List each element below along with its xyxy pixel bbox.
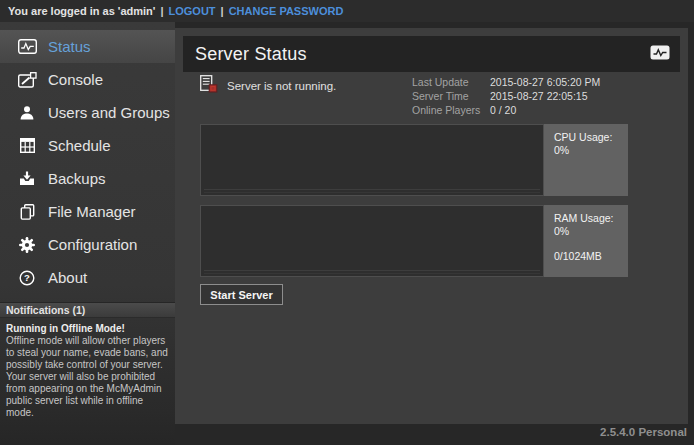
sidebar-menu: Status Console Users and Groups [0, 22, 175, 294]
sidebar-item-file-manager[interactable]: File Manager [0, 195, 175, 228]
sidebar-item-label: Console [48, 71, 103, 88]
sidebar-item-console[interactable]: Console [0, 63, 175, 96]
file-manager-icon [16, 204, 38, 220]
start-server-button[interactable]: Start Server [200, 284, 283, 305]
backups-icon [16, 171, 38, 186]
cpu-usage-value: 0% [554, 144, 624, 157]
notifications-header[interactable]: Notifications (1) [0, 302, 175, 318]
status-icon [16, 39, 38, 54]
notifications-body: Running in Offline Mode! Offline mode wi… [0, 318, 175, 424]
separator: | [160, 5, 163, 17]
schedule-icon [16, 138, 38, 153]
server-stopped-icon [200, 75, 218, 97]
info-row: Online Players0 / 20 [412, 103, 600, 117]
logout-link[interactable]: LOGOUT [169, 5, 216, 17]
cpu-usage-label: CPU Usage: [554, 131, 624, 144]
sidebar-item-status[interactable]: Status [0, 30, 175, 63]
chart-baseline [204, 273, 540, 274]
info-label: Online Players [412, 103, 490, 117]
sidebar-item-about[interactable]: ? About [0, 261, 175, 294]
server-status-panel: Server Status Server is not running. Las… [175, 28, 688, 424]
version-label: 2.5.4.0 Personal [600, 426, 687, 438]
page-title: Server Status [195, 44, 650, 65]
sidebar-item-label: Backups [48, 170, 106, 187]
cpu-usage-box: CPU Usage: 0% [200, 124, 628, 196]
sidebar-item-label: Configuration [48, 236, 137, 253]
server-status-row: Server is not running. [200, 75, 336, 97]
sidebar-item-label: Users and Groups [48, 104, 170, 121]
chart-baseline [204, 189, 540, 190]
notification-text: Offline mode will allow other players to… [6, 335, 169, 419]
ram-usage-label: RAM Usage: [554, 212, 624, 225]
info-label: Last Update [412, 75, 490, 89]
change-password-link[interactable]: CHANGE PASSWORD [229, 5, 344, 17]
gear-icon [16, 237, 38, 253]
server-status-message: Server is not running. [227, 80, 336, 92]
ram-usage-chart [200, 205, 544, 277]
info-value: 2015-08-27 22:05:15 [490, 90, 588, 102]
sidebar-item-configuration[interactable]: Configuration [0, 228, 175, 261]
ram-usage-box: RAM Usage: 0% 0/1024MB [200, 205, 628, 277]
info-value: 2015-08-27 6:05:20 PM [490, 76, 600, 88]
sidebar: Status Console Users and Groups [0, 22, 175, 445]
chart-baseline [204, 270, 540, 271]
question-icon: ? [16, 270, 38, 286]
info-row: Server Time2015-08-27 22:05:15 [412, 89, 600, 103]
ram-usage-detail: 0/1024MB [554, 250, 624, 263]
svg-text:?: ? [24, 272, 30, 283]
sidebar-item-backups[interactable]: Backups [0, 162, 175, 195]
cpu-usage-chart [200, 124, 544, 196]
notification-title: Running in Offline Mode! [6, 323, 169, 335]
ram-usage-value: 0% [554, 225, 624, 238]
chart-baseline [204, 192, 540, 193]
info-label: Server Time [412, 89, 490, 103]
console-icon [16, 72, 38, 88]
sidebar-item-schedule[interactable]: Schedule [0, 129, 175, 162]
server-info-block: Last Update2015-08-27 6:05:20 PM Server … [412, 75, 600, 117]
ram-usage-info: RAM Usage: 0% 0/1024MB [544, 205, 628, 277]
sidebar-item-label: Status [48, 38, 91, 55]
panel-header: Server Status [183, 36, 680, 72]
sidebar-item-label: About [48, 269, 87, 286]
info-value: 0 / 20 [490, 104, 516, 116]
status-badge-icon [650, 45, 670, 64]
users-icon [16, 105, 38, 121]
info-row: Last Update2015-08-27 6:05:20 PM [412, 75, 600, 89]
sidebar-item-label: File Manager [48, 203, 136, 220]
cpu-usage-info: CPU Usage: 0% [544, 124, 628, 196]
logged-in-text: You are logged in as 'admin' [8, 5, 155, 17]
sidebar-item-users-and-groups[interactable]: Users and Groups [0, 96, 175, 129]
sidebar-item-label: Schedule [48, 137, 111, 154]
topbar: You are logged in as 'admin' | LOGOUT | … [0, 0, 694, 22]
separator: | [221, 5, 224, 17]
